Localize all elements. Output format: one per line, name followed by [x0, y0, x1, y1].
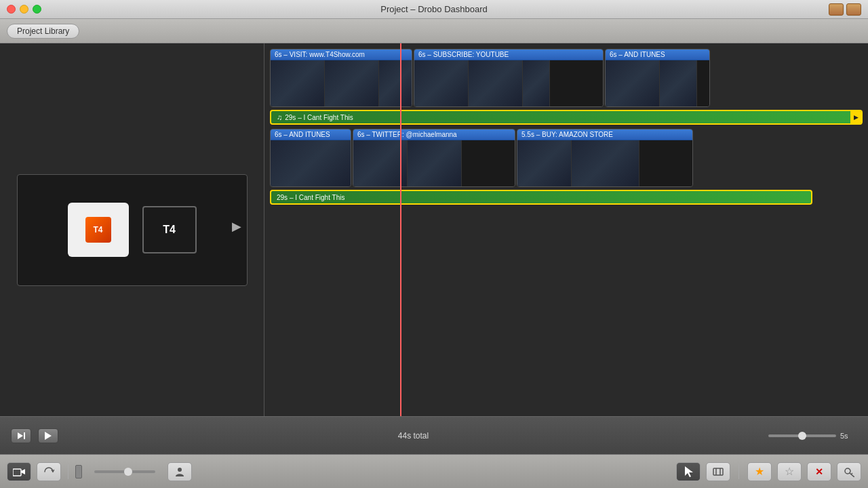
clip-and-itunes-1-label: 6s – AND ITUNES	[606, 49, 709, 60]
window-title: Project – Drobo Dashboard	[380, 4, 488, 14]
zoom-area: 5s	[768, 432, 857, 440]
tool-bar: ★ ☆ ✕	[0, 454, 868, 488]
traffic-lights	[7, 5, 41, 14]
clip-thumb	[325, 60, 379, 106]
clip-tool-button[interactable]	[706, 462, 730, 481]
clip-visit[interactable]: 6s – VISIT: www.T4Show.com	[270, 49, 412, 107]
clip-thumb	[379, 60, 412, 106]
trim-slider-knob[interactable]	[124, 468, 132, 476]
logo-t4-orange: T4	[85, 217, 111, 243]
clip-twitter-thumbs	[353, 140, 515, 186]
zoom-slider-knob[interactable]	[798, 432, 806, 440]
camera-import-button[interactable]	[7, 462, 31, 481]
tool-separator	[68, 464, 68, 479]
clip-subscribe[interactable]: 6s – SUBSCRIBE: YOUTUBE	[414, 49, 604, 107]
maximize-button[interactable]	[33, 5, 41, 14]
clip-and-itunes-2-label: 6s – AND ITUNES	[271, 129, 351, 140]
clip-thumb	[271, 140, 351, 186]
face-detect-button[interactable]	[167, 462, 192, 481]
toolbar: Project Library	[0, 19, 868, 43]
reject-icon: ✕	[815, 466, 823, 477]
star-empty-icon: ☆	[785, 465, 794, 478]
clip-visit-label: 6s – VISIT: www.T4Show.com	[271, 49, 412, 60]
title-bar-right	[829, 3, 861, 16]
clip-thumb	[523, 60, 550, 106]
clip-visit-thumbs	[271, 60, 412, 106]
clip-and-itunes-1[interactable]: 6s – AND ITUNES	[605, 49, 710, 107]
clip-amazon[interactable]: 5.5s – BUY: AMAZON STORE	[517, 129, 693, 187]
audio-track-end-marker: ▶	[850, 111, 861, 123]
status-bar: 44s total 5s	[0, 416, 868, 454]
title-bar-btn-1[interactable]	[829, 3, 844, 16]
keyword-button[interactable]	[837, 462, 861, 481]
clip-subscribe-label: 6s – SUBSCRIBE: YOUTUBE	[414, 49, 603, 60]
clip-thumb	[606, 60, 660, 106]
minimize-button[interactable]	[20, 5, 28, 14]
clip-thumb	[271, 60, 325, 106]
clip-trim-slider[interactable]	[94, 470, 155, 473]
cursor-overlay: ▶	[232, 219, 241, 234]
clip-thumb	[414, 60, 469, 106]
logo-t4-dark: T4	[142, 206, 197, 253]
clips-row-1: 6s – VISIT: www.T4Show.com 6s – SUBSCRIB…	[270, 49, 863, 107]
audio-track-1-label: 29s – I Cant Fight This	[285, 114, 353, 121]
clip-amazon-label: 5.5s – BUY: AMAZON STORE	[517, 129, 692, 140]
clip-subscribe-thumbs	[414, 60, 603, 106]
reject-button[interactable]: ✕	[807, 462, 831, 481]
clip-thumb	[517, 140, 572, 186]
title-bar: Project – Drobo Dashboard	[0, 0, 868, 19]
preview-logo-area: T4	[68, 203, 129, 257]
rate-favorite-button[interactable]: ★	[747, 462, 772, 481]
zoom-slider[interactable]	[768, 434, 836, 437]
trim-slider-track[interactable]	[94, 470, 155, 473]
clip-thumb	[353, 140, 408, 186]
zoom-level: 5s	[840, 432, 857, 440]
svg-rect-0	[24, 432, 25, 439]
preview-panel: T4 T4 ▶	[0, 43, 264, 416]
audio-track-1[interactable]: ♫ 29s – I Cant Fight This ▶	[270, 110, 863, 125]
action-button[interactable]	[37, 462, 61, 481]
rate-unrated-button[interactable]: ☆	[777, 462, 802, 481]
svg-point-2	[178, 468, 182, 472]
clips-row-2: 6s – AND ITUNES 6s – TWITTER: @michaelma…	[270, 129, 863, 187]
svg-line-8	[851, 473, 852, 474]
svg-rect-3	[713, 468, 723, 475]
project-library-button[interactable]: Project Library	[7, 24, 79, 39]
audio-track-1-icon: ♫	[277, 113, 282, 121]
clip-and-itunes-1-thumbs	[606, 60, 709, 106]
clip-thumb	[408, 140, 462, 186]
clip-and-itunes-2[interactable]: 6s – AND ITUNES	[270, 129, 351, 187]
clip-thumb	[469, 60, 523, 106]
audio-track-2-label: 29s – I Cant Fight This	[277, 194, 344, 201]
timeline-container[interactable]: 6s – VISIT: www.T4Show.com 6s – SUBSCRIB…	[264, 43, 868, 416]
star-filled-icon: ★	[755, 465, 764, 478]
svg-rect-1	[13, 469, 21, 476]
select-tool-button[interactable]	[676, 462, 701, 481]
rating-separator	[738, 464, 739, 479]
svg-point-6	[845, 468, 850, 474]
clip-thumb	[660, 60, 697, 106]
preview-thumbnail: T4 T4 ▶	[17, 174, 248, 286]
duration-total: 44s total	[65, 431, 762, 441]
play-loop-button[interactable]	[11, 428, 31, 443]
clip-and-itunes-2-thumbs	[271, 140, 351, 186]
close-button[interactable]	[7, 5, 16, 14]
clip-trim-icon	[75, 465, 82, 479]
clip-twitter[interactable]: 6s – TWITTER: @michaelmanna	[353, 129, 515, 187]
title-bar-btn-2[interactable]	[846, 3, 861, 16]
clip-twitter-label: 6s – TWITTER: @michaelmanna	[353, 129, 515, 140]
clip-thumb	[572, 140, 639, 186]
audio-track-2[interactable]: 29s – I Cant Fight This	[270, 190, 812, 205]
play-button[interactable]	[38, 428, 58, 443]
clip-amazon-thumbs	[517, 140, 692, 186]
